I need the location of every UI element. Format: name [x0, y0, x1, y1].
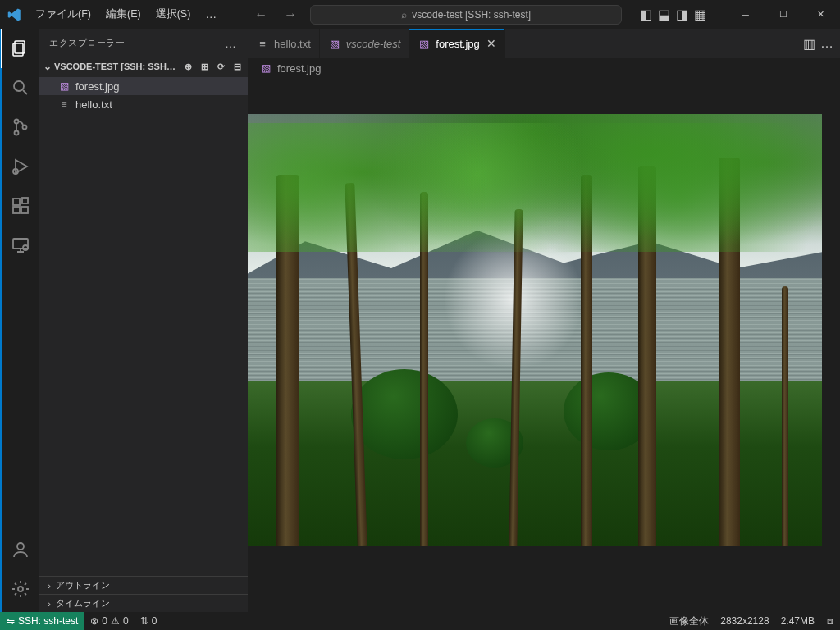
- sidebar-title: エクスプローラー: [49, 37, 125, 49]
- menu-file[interactable]: ファイル(F): [29, 4, 98, 25]
- tab-more-icon[interactable]: …: [820, 36, 833, 51]
- svg-rect-8: [13, 207, 20, 213]
- timeline-pane[interactable]: › タイムライン: [39, 594, 248, 612]
- vscode-logo-icon: [0, 7, 29, 22]
- tree-item-label: forest.jpg: [75, 80, 119, 93]
- timeline-label: タイムライン: [56, 597, 110, 609]
- warning-icon: ⚠: [111, 615, 120, 627]
- activity-accounts[interactable]: [1, 530, 40, 569]
- collapse-all-icon[interactable]: ⊟: [230, 59, 244, 74]
- toggle-panel-icon[interactable]: ⬓: [656, 7, 673, 23]
- split-editor-icon[interactable]: ▥: [803, 36, 815, 52]
- tree-item-hello[interactable]: ≡ hello.txt: [39, 95, 248, 113]
- folder-actions: ⊕ ⊞ ⟳ ⊟: [180, 59, 244, 74]
- activity-remote-explorer[interactable]: [1, 226, 40, 265]
- svg-point-3: [15, 120, 19, 124]
- text-file-icon: ≡: [256, 37, 269, 50]
- image-preview: [248, 114, 822, 546]
- status-problems[interactable]: ⊗ 0 ⚠ 0: [84, 612, 134, 630]
- menu-edit[interactable]: 編集(E): [99, 4, 148, 25]
- tab-vscode-test[interactable]: ▧ vscode-test: [320, 29, 409, 58]
- image-file-icon: ▧: [418, 37, 431, 50]
- breadcrumb-label: forest.jpg: [277, 62, 321, 75]
- ports-icon: ⇅: [140, 615, 148, 627]
- svg-point-5: [23, 126, 27, 130]
- svg-rect-11: [13, 239, 28, 249]
- chevron-right-icon: ›: [43, 581, 56, 591]
- activity-extensions[interactable]: [1, 186, 40, 226]
- chevron-right-icon: ›: [43, 599, 56, 609]
- sidebar-panes: › アウトライン › タイムライン: [39, 576, 248, 612]
- status-bar: ⇋ SSH: ssh-test ⊗ 0 ⚠ 0 ⇅ 0 画像全体 2832x21…: [0, 612, 840, 630]
- remote-indicator[interactable]: ⇋ SSH: ssh-test: [0, 612, 84, 630]
- explorer-sidebar: エクスプローラー … ⌄ VSCODE-TEST [SSH: SSH… ⊕ ⊞ …: [39, 29, 248, 612]
- image-file-icon: ▧: [57, 80, 71, 93]
- tab-hello[interactable]: ≡ hello.txt: [248, 29, 320, 58]
- new-folder-icon[interactable]: ⊞: [197, 59, 212, 74]
- menu-more[interactable]: …: [199, 4, 225, 25]
- svg-rect-10: [22, 198, 28, 203]
- tab-bar-actions: ▥ …: [797, 29, 840, 58]
- status-notifications-icon[interactable]: ⧈: [820, 612, 840, 630]
- nav-arrows: ← →: [249, 6, 302, 24]
- toggle-primary-sidebar-icon[interactable]: ◧: [638, 7, 655, 23]
- svg-point-13: [17, 543, 24, 550]
- text-file-icon: ≡: [57, 98, 71, 111]
- svg-point-14: [18, 587, 23, 591]
- outline-label: アウトライン: [56, 579, 110, 591]
- chevron-down-icon: ⌄: [41, 61, 54, 72]
- command-center-text: vscode-test [SSH: ssh-test]: [412, 9, 531, 21]
- command-center[interactable]: ⌕ vscode-test [SSH: ssh-test]: [310, 5, 622, 25]
- menu-select[interactable]: 選択(S): [149, 4, 198, 25]
- image-viewer[interactable]: [248, 78, 840, 612]
- svg-rect-7: [13, 199, 20, 205]
- remote-icon: ⇋: [7, 615, 15, 627]
- new-file-icon[interactable]: ⊕: [180, 59, 195, 74]
- image-file-icon: ▧: [328, 37, 341, 50]
- file-tree: ▧ forest.jpg ≡ hello.txt: [39, 75, 248, 576]
- layout-controls: ◧ ⬓ ◨ ▦: [638, 7, 709, 23]
- error-count: 0: [102, 615, 107, 627]
- nav-back-icon[interactable]: ←: [249, 6, 272, 24]
- toggle-secondary-sidebar-icon[interactable]: ◨: [674, 7, 691, 23]
- activity-search[interactable]: [1, 68, 40, 107]
- svg-point-4: [15, 131, 19, 135]
- window-controls: ─ ☐ ✕: [727, 0, 840, 29]
- image-file-icon: ▧: [259, 62, 272, 75]
- sidebar-header: エクスプローラー …: [39, 29, 248, 57]
- customize-layout-icon[interactable]: ▦: [692, 7, 709, 23]
- svg-point-2: [14, 81, 24, 91]
- tab-close-icon[interactable]: ✕: [486, 37, 496, 50]
- activity-bar: [0, 29, 39, 612]
- sidebar-more-icon[interactable]: …: [225, 37, 238, 50]
- remote-text: SSH: ssh-test: [18, 615, 78, 627]
- editor-area: ≡ hello.txt ▧ vscode-test ▧ forest.jpg ✕…: [248, 29, 840, 612]
- tree-item-forest[interactable]: ▧ forest.jpg: [39, 77, 248, 95]
- search-icon: ⌕: [401, 9, 407, 21]
- menu-bar: ファイル(F) 編集(E) 選択(S) …: [29, 4, 225, 25]
- tab-forest[interactable]: ▧ forest.jpg ✕: [409, 29, 504, 58]
- status-image-dimensions[interactable]: 2832x2128: [714, 612, 774, 630]
- svg-rect-9: [21, 207, 28, 213]
- tab-label: hello.txt: [274, 38, 311, 50]
- window-maximize-button[interactable]: ☐: [765, 0, 802, 29]
- error-icon: ⊗: [90, 615, 98, 627]
- activity-source-control[interactable]: [1, 107, 40, 147]
- title-bar: ファイル(F) 編集(E) 選択(S) … ← → ⌕ vscode-test …: [0, 0, 840, 29]
- outline-pane[interactable]: › アウトライン: [39, 576, 248, 594]
- refresh-icon[interactable]: ⟳: [213, 59, 228, 74]
- ports-count: 0: [152, 615, 158, 627]
- status-image-size[interactable]: 2.47MB: [775, 612, 820, 630]
- window-close-button[interactable]: ✕: [802, 0, 840, 29]
- nav-forward-icon[interactable]: →: [279, 6, 302, 24]
- activity-settings[interactable]: [1, 569, 40, 609]
- breadcrumb[interactable]: ▧ forest.jpg: [248, 58, 840, 78]
- window-minimize-button[interactable]: ─: [727, 0, 765, 29]
- status-image-label[interactable]: 画像全体: [664, 612, 714, 630]
- status-ports[interactable]: ⇅ 0: [135, 612, 163, 630]
- activity-explorer[interactable]: [1, 29, 40, 68]
- tab-bar: ≡ hello.txt ▧ vscode-test ▧ forest.jpg ✕…: [248, 29, 840, 58]
- tab-label: forest.jpg: [436, 38, 479, 50]
- activity-run-debug[interactable]: [1, 147, 40, 186]
- folder-section-header[interactable]: ⌄ VSCODE-TEST [SSH: SSH… ⊕ ⊞ ⟳ ⊟: [39, 57, 248, 75]
